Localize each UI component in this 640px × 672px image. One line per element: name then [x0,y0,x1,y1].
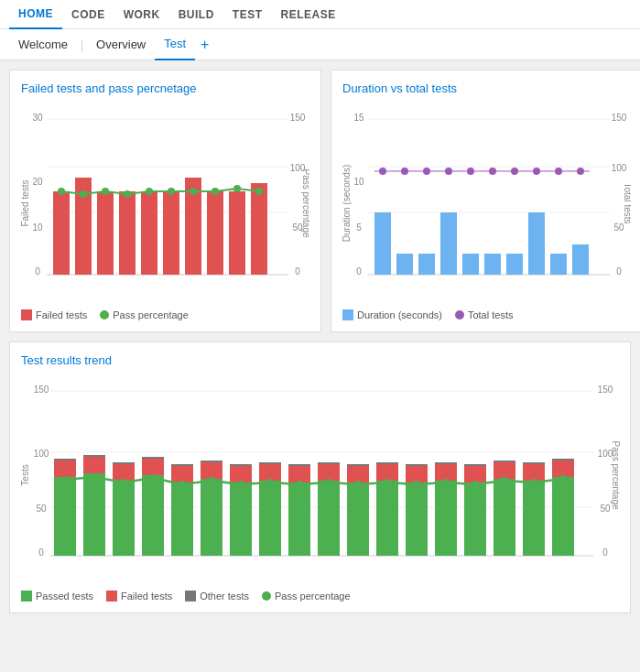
g3-dot7 [237,481,244,488]
dot9 [233,185,241,192]
y-left-20: 20 [32,177,43,187]
nav-home[interactable]: HOME [9,0,62,29]
nav-separator: | [77,38,87,51]
g3-gray5 [171,464,193,466]
g3-gray6 [201,461,222,462]
g3-red2 [83,457,105,473]
g3-red4 [142,459,164,475]
nav-test[interactable]: TEST [223,0,272,29]
legend-other-box [185,591,196,602]
g3-dot16 [501,477,508,484]
g3-green18 [552,477,574,556]
legend-failed-tests: Failed tests [21,309,87,320]
g3-red8 [259,464,281,481]
bar8 [207,191,223,275]
g3-gray10 [318,462,340,464]
legend-failed-label: Failed tests [36,309,87,320]
chart1-area: 30 20 10 0 150 100 50 0 Failed tests Pas… [21,103,309,304]
g3-green10 [318,481,340,556]
g3-red11 [347,466,369,482]
chart3-area: 150 100 50 0 150 100 50 0 Tests Pass per… [21,374,619,585]
top-navigation: HOME CODE WORK BUILD TEST RELEASE [0,0,640,29]
g3-red9 [288,466,310,482]
g3-red3 [113,464,135,481]
y3-100: 100 [34,449,49,459]
g3-gray1 [54,459,76,461]
g3-dot6 [208,477,215,484]
g3-dot5 [179,481,186,488]
y-right-0b: 0 [295,266,300,276]
g3-red15 [464,466,486,482]
y-left-0: 0 [35,266,40,276]
g3-gray7 [230,464,252,466]
legend-total-label: Total tests [468,309,514,320]
chart3-svg: 150 100 50 0 150 100 50 0 Tests Pass per… [21,374,621,585]
tot-dot3 [423,168,430,175]
legend-failed-box2 [106,591,117,602]
dur-bar4 [440,212,457,275]
g3-green7 [230,482,252,556]
g3-green2 [83,473,105,556]
g3-red10 [318,464,340,481]
g3-red7 [230,466,252,482]
tot-dot4 [445,168,452,175]
y2-left-5: 5 [356,222,362,233]
nav-code[interactable]: CODE [62,0,114,29]
dot2 [80,190,87,198]
dot6 [168,188,175,195]
g3-gray3 [113,462,135,464]
g3-gray18 [552,459,574,461]
dur-bar2 [396,254,413,275]
tot-dot1 [379,168,386,175]
g3-gray12 [376,462,398,464]
y2-right-100: 100 [612,163,627,173]
g3-gray2 [83,455,105,457]
legend-pass-pct-label: Pass percentage [275,591,351,602]
dur-bar5 [462,254,479,275]
g3-green14 [435,481,457,556]
g3-red12 [376,464,398,481]
duration-chart-card: Duration vs total tests 15 10 5 0 150 10… [331,70,640,332]
dur-bar3 [418,254,435,275]
subnav-overview[interactable]: Overview [87,29,155,60]
y3-left-axis-label: Tests [21,464,30,485]
y-left-30: 30 [32,113,43,123]
g3-green3 [113,481,135,556]
subnav-welcome[interactable]: Welcome [9,29,77,60]
bar4 [119,191,136,275]
g3-green11 [347,482,369,556]
legend-other-label: Other tests [200,591,249,602]
tot-dot10 [577,168,584,175]
tot-dot6 [489,168,496,175]
g3-green5 [171,482,193,556]
dot1 [58,188,65,195]
chart2-title: Duration vs total tests [342,81,631,95]
dur-bar1 [374,212,391,275]
g3-dot4 [149,474,157,482]
failed-tests-chart-card: Failed tests and pass percnetage 30 20 1… [9,70,321,332]
g3-green4 [142,475,164,556]
g3-dot11 [354,481,362,488]
g3-gray17 [523,462,545,464]
g3-green1 [54,477,76,556]
legend-duration-label: Duration (seconds) [357,309,442,320]
g3-gray13 [406,464,428,466]
dot4 [124,190,131,198]
chart1-legend: Failed tests Pass percentage [21,309,309,320]
legend-failed-label2: Failed tests [121,591,172,602]
subnav-test[interactable]: Test [155,29,195,60]
g3-red13 [406,466,428,482]
nav-release[interactable]: RELEASE [272,0,345,29]
y2-right-0b: 0 [616,266,622,276]
y3-0: 0 [38,547,44,558]
g3-dot12 [384,479,391,486]
chart1-title: Failed tests and pass percnetage [21,81,309,95]
nav-work[interactable]: WORK [114,0,169,29]
tot-dot9 [555,168,562,175]
dot10 [255,188,263,195]
add-tab-button[interactable]: + [195,29,214,60]
sub-navigation: Welcome | Overview Test + [0,29,640,60]
g3-gray4 [142,457,164,459]
nav-build[interactable]: BUILD [169,0,223,29]
g3-gray9 [288,464,310,466]
